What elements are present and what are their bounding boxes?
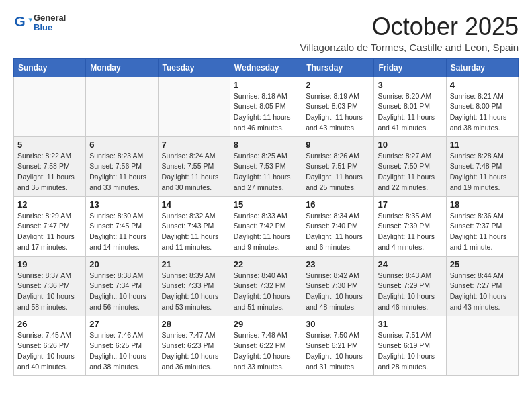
calendar-cell: 14Sunrise: 8:32 AM Sunset: 7:43 PM Dayli… [158, 196, 230, 256]
svg-text:G: G [15, 13, 26, 29]
day-number: 6 [89, 140, 154, 150]
weekday-header-thursday: Thursday [302, 58, 374, 77]
calendar-cell: 17Sunrise: 8:35 AM Sunset: 7:39 PM Dayli… [374, 196, 446, 256]
day-number: 18 [450, 199, 515, 210]
month-title: October 2025 [300, 13, 519, 40]
day-number: 7 [162, 140, 226, 150]
day-info: Sunrise: 8:35 AM Sunset: 7:39 PM Dayligh… [378, 211, 442, 253]
calendar-cell: 4Sunrise: 8:21 AM Sunset: 8:00 PM Daylig… [446, 77, 518, 136]
calendar-cell: 8Sunrise: 8:25 AM Sunset: 7:53 PM Daylig… [230, 136, 302, 196]
day-number: 20 [89, 259, 154, 269]
day-info: Sunrise: 8:40 AM Sunset: 7:32 PM Dayligh… [234, 271, 298, 313]
day-info: Sunrise: 8:27 AM Sunset: 7:50 PM Dayligh… [378, 151, 442, 193]
calendar-cell: 15Sunrise: 8:33 AM Sunset: 7:42 PM Dayli… [230, 196, 302, 256]
calendar-cell: 1Sunrise: 8:18 AM Sunset: 8:05 PM Daylig… [230, 77, 302, 136]
calendar-cell [158, 77, 230, 136]
calendar-cell: 21Sunrise: 8:39 AM Sunset: 7:33 PM Dayli… [158, 256, 230, 316]
logo: G General Blue [13, 13, 66, 33]
day-info: Sunrise: 8:26 AM Sunset: 7:51 PM Dayligh… [306, 151, 370, 193]
day-info: Sunrise: 8:33 AM Sunset: 7:42 PM Dayligh… [234, 211, 298, 253]
day-number: 1 [234, 80, 298, 90]
calendar-cell: 19Sunrise: 8:37 AM Sunset: 7:36 PM Dayli… [14, 256, 86, 316]
day-number: 29 [234, 319, 298, 329]
calendar-cell: 11Sunrise: 8:28 AM Sunset: 7:48 PM Dayli… [446, 136, 518, 196]
calendar-week-row-1: 5Sunrise: 8:22 AM Sunset: 7:58 PM Daylig… [14, 136, 519, 196]
day-number: 16 [306, 199, 370, 210]
day-number: 27 [89, 319, 154, 329]
svg-marker-1 [28, 19, 32, 23]
day-info: Sunrise: 8:42 AM Sunset: 7:30 PM Dayligh… [306, 271, 370, 313]
weekday-header-sunday: Sunday [14, 58, 86, 77]
calendar-cell: 25Sunrise: 8:44 AM Sunset: 7:27 PM Dayli… [446, 256, 518, 316]
day-info: Sunrise: 8:19 AM Sunset: 8:03 PM Dayligh… [306, 91, 370, 134]
calendar-cell: 22Sunrise: 8:40 AM Sunset: 7:32 PM Dayli… [230, 256, 302, 316]
calendar-cell: 18Sunrise: 8:36 AM Sunset: 7:37 PM Dayli… [446, 196, 518, 256]
day-info: Sunrise: 8:39 AM Sunset: 7:33 PM Dayligh… [162, 271, 226, 313]
day-number: 9 [306, 140, 370, 150]
day-info: Sunrise: 7:46 AM Sunset: 6:25 PM Dayligh… [89, 330, 154, 373]
calendar-cell: 12Sunrise: 8:29 AM Sunset: 7:47 PM Dayli… [14, 196, 86, 256]
day-info: Sunrise: 7:51 AM Sunset: 6:19 PM Dayligh… [378, 330, 442, 373]
calendar-cell: 29Sunrise: 7:48 AM Sunset: 6:22 PM Dayli… [230, 316, 302, 375]
logo-blue: Blue [34, 23, 66, 32]
calendar-cell [14, 77, 86, 136]
day-info: Sunrise: 8:36 AM Sunset: 7:37 PM Dayligh… [450, 211, 515, 253]
calendar-cell: 13Sunrise: 8:30 AM Sunset: 7:45 PM Dayli… [86, 196, 158, 256]
weekday-header-row: SundayMondayTuesdayWednesdayThursdayFrid… [14, 58, 519, 77]
calendar-cell: 26Sunrise: 7:45 AM Sunset: 6:26 PM Dayli… [14, 316, 86, 375]
calendar-cell: 16Sunrise: 8:34 AM Sunset: 7:40 PM Dayli… [302, 196, 374, 256]
day-number: 2 [306, 80, 370, 90]
weekday-header-monday: Monday [86, 58, 158, 77]
day-number: 4 [450, 80, 515, 90]
day-number: 25 [450, 259, 515, 269]
day-number: 11 [450, 140, 515, 150]
day-number: 28 [162, 319, 226, 329]
calendar-cell: 2Sunrise: 8:19 AM Sunset: 8:03 PM Daylig… [302, 77, 374, 136]
weekday-header-tuesday: Tuesday [158, 58, 230, 77]
page-header: G General Blue October 2025 Villagonzalo… [13, 13, 519, 53]
calendar-cell [86, 77, 158, 136]
weekday-header-friday: Friday [374, 58, 446, 77]
calendar-table: SundayMondayTuesdayWednesdayThursdayFrid… [13, 58, 519, 376]
day-info: Sunrise: 7:48 AM Sunset: 6:22 PM Dayligh… [234, 330, 298, 373]
calendar-cell: 20Sunrise: 8:38 AM Sunset: 7:34 PM Dayli… [86, 256, 158, 316]
day-info: Sunrise: 8:29 AM Sunset: 7:47 PM Dayligh… [17, 211, 82, 253]
day-number: 14 [162, 199, 226, 210]
day-number: 21 [162, 259, 226, 269]
day-info: Sunrise: 8:37 AM Sunset: 7:36 PM Dayligh… [17, 271, 82, 313]
day-number: 13 [89, 199, 154, 210]
calendar-cell: 30Sunrise: 7:50 AM Sunset: 6:21 PM Dayli… [302, 316, 374, 375]
day-info: Sunrise: 7:47 AM Sunset: 6:23 PM Dayligh… [162, 330, 226, 373]
day-number: 17 [378, 199, 442, 210]
day-number: 3 [378, 80, 442, 90]
day-info: Sunrise: 7:45 AM Sunset: 6:26 PM Dayligh… [17, 330, 82, 373]
day-info: Sunrise: 8:44 AM Sunset: 7:27 PM Dayligh… [450, 271, 515, 313]
calendar-cell: 24Sunrise: 8:43 AM Sunset: 7:29 PM Dayli… [374, 256, 446, 316]
day-number: 24 [378, 259, 442, 269]
calendar-week-row-2: 12Sunrise: 8:29 AM Sunset: 7:47 PM Dayli… [14, 196, 519, 256]
calendar-cell [446, 316, 518, 375]
calendar-week-row-0: 1Sunrise: 8:18 AM Sunset: 8:05 PM Daylig… [14, 77, 519, 136]
location-title: Villagonzalo de Tormes, Castille and Leo… [300, 42, 519, 53]
day-info: Sunrise: 8:25 AM Sunset: 7:53 PM Dayligh… [234, 151, 298, 193]
calendar-cell: 27Sunrise: 7:46 AM Sunset: 6:25 PM Dayli… [86, 316, 158, 375]
day-number: 30 [306, 319, 370, 329]
day-number: 22 [234, 259, 298, 269]
day-info: Sunrise: 8:34 AM Sunset: 7:40 PM Dayligh… [306, 211, 370, 253]
day-info: Sunrise: 8:22 AM Sunset: 7:58 PM Dayligh… [17, 151, 82, 193]
weekday-header-wednesday: Wednesday [230, 58, 302, 77]
title-area: October 2025 Villagonzalo de Tormes, Cas… [300, 13, 519, 53]
calendar-cell: 10Sunrise: 8:27 AM Sunset: 7:50 PM Dayli… [374, 136, 446, 196]
calendar-cell: 23Sunrise: 8:42 AM Sunset: 7:30 PM Dayli… [302, 256, 374, 316]
calendar-cell: 5Sunrise: 8:22 AM Sunset: 7:58 PM Daylig… [14, 136, 86, 196]
day-number: 26 [17, 319, 82, 329]
day-info: Sunrise: 8:28 AM Sunset: 7:48 PM Dayligh… [450, 151, 515, 193]
day-info: Sunrise: 8:24 AM Sunset: 7:55 PM Dayligh… [162, 151, 226, 193]
day-number: 10 [378, 140, 442, 150]
day-info: Sunrise: 8:30 AM Sunset: 7:45 PM Dayligh… [89, 211, 154, 253]
day-number: 19 [17, 259, 82, 269]
calendar-week-row-3: 19Sunrise: 8:37 AM Sunset: 7:36 PM Dayli… [14, 256, 519, 316]
calendar-cell: 31Sunrise: 7:51 AM Sunset: 6:19 PM Dayli… [374, 316, 446, 375]
day-number: 15 [234, 199, 298, 210]
day-info: Sunrise: 8:21 AM Sunset: 8:00 PM Dayligh… [450, 91, 515, 134]
